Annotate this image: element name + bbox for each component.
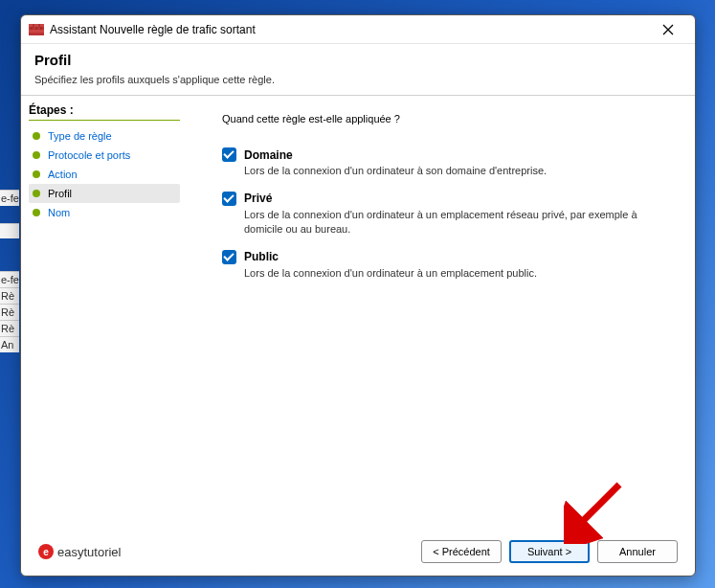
svg-rect-2	[29, 30, 44, 33]
bg-fragment: e-fe	[0, 271, 19, 287]
step-profile[interactable]: Profil	[29, 184, 180, 203]
footer-bar: e easytutoriel < Précédent Suivant > Ann…	[21, 528, 695, 576]
header-band: Profil Spécifiez les profils auxquels s'…	[21, 44, 695, 96]
logo-text: easytutoriel	[57, 545, 121, 559]
watermark-logo: e easytutoriel	[38, 544, 121, 559]
checkbox-public[interactable]	[222, 250, 236, 264]
checkbox-private[interactable]	[222, 192, 236, 206]
logo-badge-icon: e	[38, 544, 54, 559]
profile-option-private: Privé Lors de la connexion d'un ordinate…	[222, 192, 672, 237]
steps-heading: Étapes :	[29, 103, 180, 121]
bullet-icon	[33, 190, 40, 197]
checkbox-hint: Lors de la connexion d'un ordinateur à s…	[244, 164, 672, 178]
checkbox-domain[interactable]	[222, 147, 236, 162]
page-description: Spécifiez les profils auxquels s'appliqu…	[34, 74, 681, 85]
titlebar: Assistant Nouvelle règle de trafic sorta…	[21, 15, 695, 44]
wizard-dialog: Assistant Nouvelle règle de trafic sorta…	[20, 14, 696, 577]
bullet-icon	[33, 132, 40, 140]
checkbox-hint: Lors de la connexion d'un ordinateur à u…	[244, 208, 672, 237]
firewall-icon	[29, 22, 44, 37]
next-button[interactable]: Suivant >	[509, 540, 590, 563]
step-protocol-ports[interactable]: Protocole et ports	[29, 146, 180, 165]
checkbox-label: Public	[244, 250, 279, 263]
bullet-icon	[33, 151, 40, 159]
back-button[interactable]: < Précédent	[421, 540, 502, 563]
bg-fragment: An	[0, 336, 19, 352]
bullet-icon	[33, 209, 40, 216]
profile-question: Quand cette règle est-elle appliquée ?	[222, 113, 672, 124]
profile-option-public: Public Lors de la connexion d'un ordinat…	[222, 250, 672, 281]
close-icon	[662, 24, 674, 35]
checkbox-label: Domaine	[244, 148, 293, 162]
bg-fragment	[0, 223, 19, 238]
bg-fragment: Rè	[0, 304, 19, 320]
bullet-icon	[33, 170, 40, 178]
profile-option-domain: Domaine Lors de la connexion d'un ordina…	[222, 147, 672, 178]
step-link: Action	[48, 169, 78, 180]
step-action[interactable]: Action	[29, 165, 180, 184]
checkbox-label: Privé	[244, 192, 272, 205]
step-link: Protocole et ports	[48, 149, 130, 161]
step-link: Type de règle	[48, 130, 112, 142]
page-title: Profil	[34, 52, 681, 68]
step-name[interactable]: Nom	[29, 203, 180, 222]
step-link: Profil	[48, 188, 72, 199]
svg-rect-1	[29, 24, 44, 27]
bg-fragment: Rè	[0, 320, 19, 336]
main-pane: Quand cette règle est-elle appliquée ? D…	[184, 96, 695, 528]
cancel-button[interactable]: Annuler	[597, 540, 678, 563]
steps-pane: Étapes : Type de règle Protocole et port…	[21, 96, 184, 528]
window-title: Assistant Nouvelle règle de trafic sorta…	[50, 23, 649, 36]
step-rule-type[interactable]: Type de règle	[29, 126, 180, 146]
bg-fragment: e-fe	[0, 190, 19, 206]
bg-fragment: Rè	[0, 287, 19, 304]
close-button[interactable]	[649, 18, 687, 41]
step-link: Nom	[48, 207, 70, 218]
checkbox-hint: Lors de la connexion d'un ordinateur à u…	[244, 266, 672, 281]
content-area: Étapes : Type de règle Protocole et port…	[21, 96, 695, 528]
